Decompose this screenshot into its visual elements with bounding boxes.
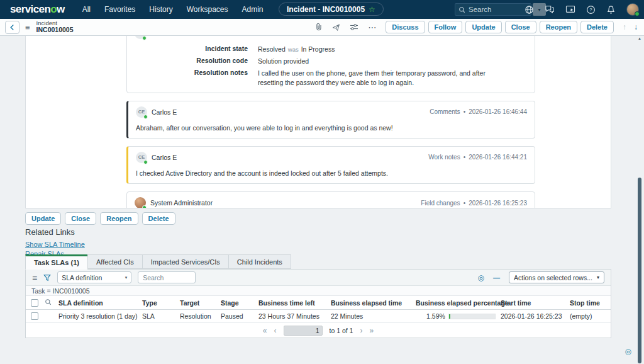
author-name[interactable]: System Administrator bbox=[150, 199, 213, 207]
follow-button[interactable]: Follow bbox=[428, 21, 463, 33]
favorite-star-icon[interactable]: ☆ bbox=[369, 5, 375, 14]
reopen-button-footer[interactable]: Reopen bbox=[100, 212, 138, 225]
field-label: Resolution code bbox=[135, 57, 248, 66]
nav-all[interactable]: All bbox=[82, 5, 91, 14]
notifications-bell-icon[interactable] bbox=[606, 5, 616, 14]
record-title: Incident INC0010005 bbox=[36, 20, 74, 34]
entry-meta: Comments•2026-01-26 16:46:44 bbox=[430, 108, 527, 115]
delete-button-footer[interactable]: Delete bbox=[142, 212, 175, 225]
tab-affected-cis[interactable]: Affected CIs bbox=[87, 254, 142, 269]
content-canvas: Incident state ResolvedwasIn Progress Re… bbox=[0, 36, 644, 364]
update-button[interactable]: Update bbox=[465, 21, 501, 33]
close-button-footer[interactable]: Close bbox=[65, 212, 96, 225]
last-page-icon[interactable]: » bbox=[369, 326, 374, 335]
col-type[interactable]: Type bbox=[140, 296, 177, 310]
paper-plane-icon[interactable] bbox=[332, 23, 340, 31]
logo-text: servicen bbox=[10, 3, 50, 15]
next-page-icon[interactable]: › bbox=[360, 326, 362, 335]
global-search-input[interactable] bbox=[469, 6, 525, 13]
tab-child-incidents[interactable]: Child Incidents bbox=[228, 254, 291, 269]
page-number-input[interactable] bbox=[284, 326, 323, 336]
progress-bar bbox=[448, 314, 496, 319]
cell-business-elapsed-percentage: 1.59% bbox=[413, 310, 498, 323]
paperclip-icon[interactable] bbox=[314, 23, 323, 31]
select-all-checkbox[interactable] bbox=[31, 299, 38, 307]
table-header-row: SLA definition Type Target Stage Busines… bbox=[26, 296, 611, 310]
tab-task-slas[interactable]: Task SLAs (1) bbox=[25, 254, 87, 270]
close-button[interactable]: Close bbox=[505, 21, 536, 33]
logo-text-end: w bbox=[57, 3, 65, 15]
col-stage[interactable]: Stage bbox=[218, 296, 256, 310]
presence-dot bbox=[143, 160, 148, 164]
nav-history[interactable]: History bbox=[149, 5, 172, 14]
delete-button[interactable]: Delete bbox=[580, 21, 614, 33]
nav-favorites[interactable]: Favorites bbox=[104, 5, 135, 14]
scrollbar-down-icon[interactable]: ▼ bbox=[638, 360, 641, 364]
record-number: INC0010005 bbox=[36, 26, 74, 34]
list-context-menu-icon[interactable]: ≡ bbox=[32, 273, 37, 283]
user-avatar[interactable] bbox=[626, 3, 639, 16]
field-label: Resolution notes bbox=[135, 69, 248, 87]
list-breadcrumb[interactable]: Task = INC0010005 bbox=[26, 286, 611, 296]
previous-record-icon[interactable]: ↑ bbox=[623, 23, 626, 31]
page-timing-icon[interactable]: ◎ bbox=[625, 347, 631, 356]
cell-business-time-left: 23 Hours 37 Minutes bbox=[256, 310, 328, 323]
presence-badge bbox=[635, 11, 640, 16]
show-sla-timeline-link[interactable]: Show SLA Timeline bbox=[25, 240, 85, 249]
search-field-select[interactable]: SLA definition ▾ bbox=[57, 271, 131, 283]
incident-form-panel: Incident state ResolvedwasIn Progress Re… bbox=[25, 36, 611, 208]
first-page-icon[interactable]: « bbox=[263, 326, 267, 335]
scrollbar-thumb[interactable] bbox=[638, 178, 641, 363]
actions-select[interactable]: Actions on selected rows... ▾ bbox=[509, 271, 604, 283]
list-personalize-icon[interactable]: ◎ bbox=[478, 273, 484, 282]
servicenow-logo[interactable]: servicenow bbox=[10, 3, 65, 16]
col-sla-definition[interactable]: SLA definition bbox=[56, 296, 140, 310]
cell-type: SLA bbox=[140, 310, 177, 323]
virtual-agent-icon[interactable] bbox=[565, 5, 575, 14]
nav-workspaces[interactable]: Workspaces bbox=[187, 5, 228, 14]
col-business-elapsed-percentage[interactable]: Business elapsed percentage bbox=[413, 296, 498, 310]
cell-sla-definition[interactable]: Priority 3 resolution (1 day) bbox=[56, 310, 140, 323]
previous-page-icon[interactable]: ‹ bbox=[274, 326, 277, 335]
next-record-icon[interactable]: ↓ bbox=[634, 23, 638, 31]
logo-accent: o bbox=[50, 3, 57, 15]
filter-funnel-icon[interactable] bbox=[43, 274, 51, 282]
col-target[interactable]: Target bbox=[177, 296, 218, 310]
connect-chat-icon[interactable] bbox=[545, 5, 555, 14]
author-name[interactable]: Carlos E bbox=[152, 108, 177, 116]
col-business-elapsed-time[interactable]: Business elapsed time bbox=[328, 296, 413, 310]
avatar-initials: CE bbox=[138, 109, 145, 115]
list-toolbar: ≡ SLA definition ▾ ◎ — Actions on select… bbox=[26, 270, 611, 286]
col-stop-time[interactable]: Stop time bbox=[567, 296, 611, 310]
scrollbar-up-icon[interactable]: ▲ bbox=[638, 37, 641, 40]
personalize-sliders-icon[interactable] bbox=[350, 23, 358, 31]
servicenow-app: servicenow All Favorites History Workspa… bbox=[0, 0, 644, 364]
chevron-left-icon bbox=[9, 24, 15, 31]
avatar: CE bbox=[136, 152, 147, 163]
record-header-bar: ≡ Incident INC0010005 ⋯ Discuss Follow U… bbox=[0, 19, 644, 36]
list-search-input[interactable] bbox=[138, 271, 196, 283]
entry-meta: Field changes•2026-01-26 16:25:23 bbox=[421, 200, 527, 207]
collapse-list-icon[interactable]: — bbox=[493, 274, 500, 282]
back-button[interactable] bbox=[5, 21, 19, 34]
update-button-footer[interactable]: Update bbox=[25, 212, 61, 225]
row-checkbox[interactable] bbox=[31, 312, 38, 320]
author-name[interactable]: Carlos E bbox=[152, 154, 177, 161]
avatar: CE bbox=[136, 106, 147, 118]
context-record-pill[interactable]: Incident - INC0010005 ☆ bbox=[279, 3, 384, 16]
col-business-time-left[interactable]: Business time left bbox=[256, 296, 328, 310]
cell-business-elapsed-time: 22 Minutes bbox=[328, 310, 413, 323]
table-row[interactable]: Priority 3 resolution (1 day) SLA Resolu… bbox=[26, 310, 611, 323]
tab-impacted-services[interactable]: Impacted Services/CIs bbox=[142, 254, 228, 269]
col-start-time[interactable]: Start time bbox=[498, 296, 567, 310]
reopen-button[interactable]: Reopen bbox=[540, 21, 577, 33]
nav-admin[interactable]: Admin bbox=[242, 5, 263, 14]
global-search-box[interactable] bbox=[455, 3, 531, 16]
pagination-label: to 1 of 1 bbox=[330, 327, 353, 334]
column-search-icon[interactable] bbox=[45, 299, 52, 305]
help-icon[interactable]: ? bbox=[586, 5, 596, 14]
more-actions-icon[interactable]: ⋯ bbox=[368, 23, 377, 32]
context-menu-icon[interactable]: ≡ bbox=[25, 23, 30, 32]
globe-icon[interactable] bbox=[525, 5, 534, 14]
discuss-button[interactable]: Discuss bbox=[386, 21, 425, 33]
